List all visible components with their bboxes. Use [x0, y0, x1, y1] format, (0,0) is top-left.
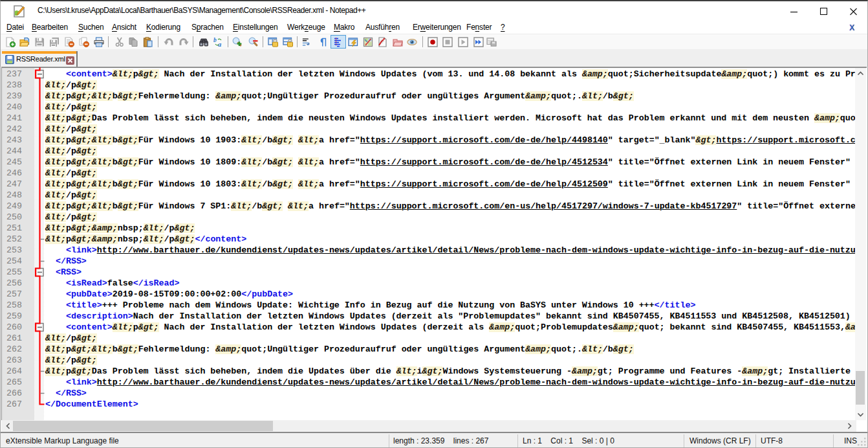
- svg-text:a: a: [218, 41, 221, 47]
- svg-text:b: b: [213, 37, 217, 43]
